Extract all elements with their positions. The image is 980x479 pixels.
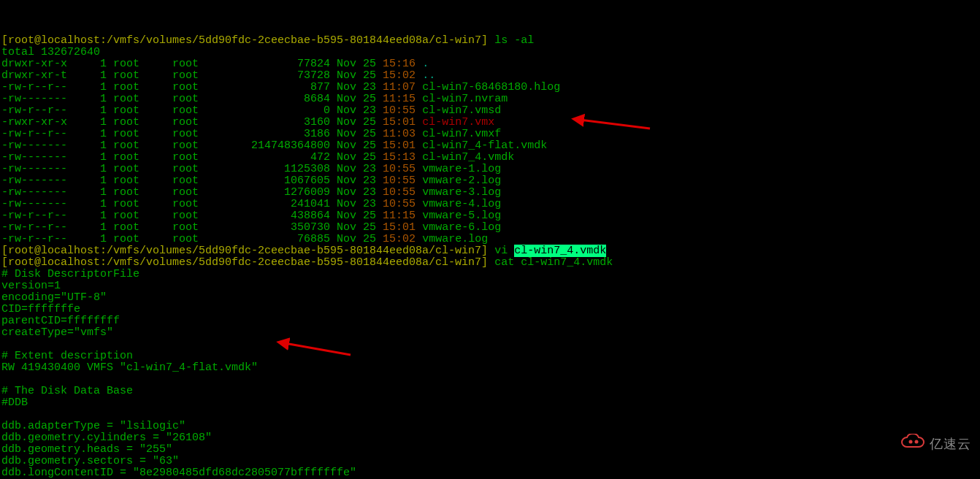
watermark-text: 亿速云 xyxy=(930,438,971,450)
svg-point-2 xyxy=(909,440,913,444)
watermark: 亿速云 xyxy=(855,415,971,473)
terminal-output[interactable]: [root@localhost:/vmfs/volumes/5dd90fdc-2… xyxy=(0,35,980,479)
cloud-icon xyxy=(855,415,925,473)
svg-point-3 xyxy=(915,440,919,444)
